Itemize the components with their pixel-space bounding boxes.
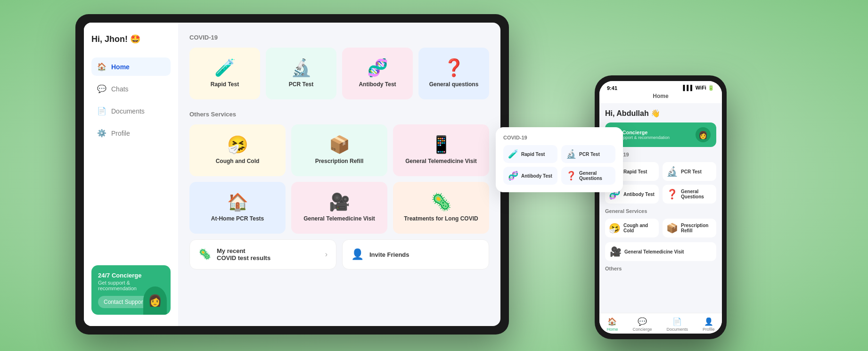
phone-concierge-avatar: 👩 (696, 127, 711, 142)
rapid-test-card[interactable]: 🧪 Rapid Test (189, 48, 260, 99)
sidebar: Hi, Jhon! 🤩 🏠 Home 💬 Chats 📄 Documents ⚙… (84, 23, 178, 326)
concierge-avatar: 👩 (143, 286, 167, 315)
others-row2-grid: 🏠 At-Home PCR Tests 🎥 General Telemedici… (189, 182, 489, 234)
phone-device: 9:41 ▌▌▌ WiFi 🔋 Home Hi, Abdullah 👋 24/7… (595, 75, 727, 339)
profile-icon: ⚙️ (97, 129, 106, 138)
phone-nav-documents-icon: 📄 (672, 317, 682, 326)
phone-nav-documents[interactable]: 📄 Documents (666, 317, 688, 332)
pcr-test-icon: 🔬 (291, 59, 312, 76)
phone-antibody-test-label: Antibody Test (623, 192, 655, 197)
long-covid-icon: 🦠 (431, 194, 452, 211)
antibody-test-icon: 🧬 (367, 59, 388, 76)
cough-cold-label: Cough and Cold (216, 158, 260, 164)
invite-icon: 👤 (351, 248, 364, 261)
phone-time: 9:41 (607, 85, 617, 91)
phone-nav-profile-label: Profile (703, 327, 715, 332)
invite-label: Invite Friends (369, 251, 409, 258)
at-home-pcr-icon: 🏠 (227, 194, 248, 211)
chats-icon: 💬 (97, 84, 106, 93)
phone-status-bar: 9:41 ▌▌▌ WiFi 🔋 (599, 81, 722, 93)
phone-general-telemedicine[interactable]: 🎥 General Telemedicine Visit (605, 242, 716, 261)
sidebar-item-home-label: Home (111, 63, 130, 71)
cough-cold-icon: 🤧 (227, 136, 248, 153)
overlay-rapid-test-icon: 🧪 (508, 149, 518, 159)
overlay-antibody-test-icon: 🧬 (508, 171, 518, 181)
phone-prescription-refill-label: Prescription Refill (681, 223, 712, 233)
overlay-pcr-test-icon: 🔬 (566, 149, 576, 159)
phone-cough-cold-label: Cough and Cold (623, 223, 655, 233)
cough-cold-card[interactable]: 🤧 Cough and Cold (189, 124, 286, 176)
general-questions-card[interactable]: ❓ General questions (418, 48, 489, 99)
others-section-label: Others Services (189, 111, 489, 118)
sidebar-item-documents[interactable]: 📄 Documents (91, 102, 171, 120)
covid-test-results-card[interactable]: 🦠 My recentCOVID test results › (189, 239, 336, 269)
overlay-general-questions-icon: ❓ (566, 171, 576, 181)
phone-nav-profile-icon: 👤 (704, 317, 713, 326)
prescription-refill-icon: 📦 (329, 136, 350, 153)
phone-pcr-test[interactable]: 🔬 PCR Test (663, 162, 716, 181)
overlay-antibody-test-label: Antibody Test (521, 173, 552, 179)
phone-pcr-test-label: PCR Test (681, 169, 702, 174)
sidebar-item-chats[interactable]: 💬 Chats (91, 80, 171, 98)
long-covid-card[interactable]: 🦠 Treatments for Long COVID (393, 182, 489, 234)
phone-prescription-refill[interactable]: 📦 Prescription Refill (663, 219, 716, 237)
main-content: COVID-19 🧪 Rapid Test 🔬 PCR Test 🧬 Antib… (178, 23, 500, 326)
antibody-test-card[interactable]: 🧬 Antibody Test (342, 48, 413, 99)
covid-cards-grid: 🧪 Rapid Test 🔬 PCR Test 🧬 Antibody Test … (189, 48, 489, 99)
phone-screen: 9:41 ▌▌▌ WiFi 🔋 Home Hi, Abdullah 👋 24/7… (599, 81, 722, 334)
phone-signal: ▌▌▌ WiFi 🔋 (683, 85, 714, 91)
phone-general-label: General Services (605, 208, 716, 214)
general-telemedicine-visit-label: General Telemedicine Visit (303, 215, 375, 222)
phone-general-questions-label: General Questions (681, 189, 712, 199)
sidebar-item-home[interactable]: 🏠 Home (91, 57, 171, 76)
phone-general-telemedicine-label: General Telemedicine Visit (624, 249, 684, 254)
documents-icon: 📄 (97, 106, 106, 115)
phone-general-questions[interactable]: ❓ General Questions (663, 185, 716, 204)
arrow-icon: › (325, 250, 328, 259)
others-row1-grid: 🤧 Cough and Cold 📦 Prescription Refill 📱… (189, 124, 489, 176)
home-icon: 🏠 (97, 62, 106, 71)
invite-friends-card[interactable]: 👤 Invite Friends (342, 239, 489, 269)
pcr-test-card[interactable]: 🔬 PCR Test (266, 48, 336, 99)
phone-nav-profile[interactable]: 👤 Profile (703, 317, 715, 332)
phone-greeting: Hi, Abdullah 👋 (605, 109, 716, 118)
at-home-pcr-label: At-Home PCR Tests (211, 215, 264, 222)
bottom-cards: 🦠 My recentCOVID test results › 👤 Invite… (189, 239, 489, 269)
general-telemedicine-visit-card[interactable]: 🎥 General Telemedicine Visit (291, 182, 387, 234)
sidebar-item-profile[interactable]: ⚙️ Profile (91, 124, 171, 142)
general-telemedicine-card[interactable]: 📱 General Telemedicine Visit (393, 124, 489, 176)
overlay-antibody-test[interactable]: 🧬 Antibody Test (503, 167, 557, 185)
at-home-pcr-card[interactable]: 🏠 At-Home PCR Tests (189, 182, 286, 234)
phone-pcr-test-icon: 🔬 (666, 166, 678, 177)
phone-header: Home (599, 93, 722, 103)
phone-general-grid: 🤧 Cough and Cold 📦 Prescription Refill (605, 219, 716, 237)
covid-section-label: COVID-19 (189, 34, 489, 41)
phone-nav-home-label: Home (606, 327, 618, 332)
phone-cough-cold[interactable]: 🤧 Cough and Cold (605, 219, 659, 237)
phone-rapid-test-label: Rapid Test (623, 169, 647, 174)
phone-nav-home-icon: 🏠 (607, 317, 617, 326)
overlay-rapid-test-label: Rapid Test (521, 152, 545, 157)
overlay-card: COVID-19 🧪 Rapid Test 🔬 PCR Test 🧬 Antib… (496, 127, 623, 192)
overlay-general-questions[interactable]: ❓ General Questions (561, 167, 615, 185)
general-telemedicine-visit-icon: 🎥 (329, 194, 350, 211)
phone-general-questions-icon: ❓ (666, 188, 678, 200)
overlay-pcr-test-label: PCR Test (579, 152, 600, 157)
phone-nav-concierge[interactable]: 💬 Concierge (632, 317, 652, 332)
sidebar-item-profile-label: Profile (111, 130, 130, 137)
sidebar-item-chats-label: Chats (111, 85, 129, 93)
prescription-refill-card[interactable]: 📦 Prescription Refill (291, 124, 387, 176)
phone-general-telemedicine-icon: 🎥 (610, 246, 622, 257)
tablet-device: Hi, Jhon! 🤩 🏠 Home 💬 Chats 📄 Documents ⚙… (75, 14, 509, 335)
phone-cough-cold-icon: 🤧 (609, 222, 621, 234)
phone-nav-home[interactable]: 🏠 Home (606, 317, 618, 332)
general-questions-label: General questions (429, 81, 479, 88)
overlay-rapid-test[interactable]: 🧪 Rapid Test (503, 145, 557, 163)
antibody-test-label: Antibody Test (359, 81, 396, 88)
overlay-pcr-test[interactable]: 🔬 PCR Test (561, 145, 615, 163)
phone-prescription-refill-icon: 📦 (666, 222, 678, 234)
phone-nav-concierge-label: Concierge (632, 327, 652, 332)
pcr-test-label: PCR Test (289, 81, 313, 88)
covid-results-icon: 🦠 (198, 248, 211, 261)
sidebar-item-documents-label: Documents (111, 107, 145, 115)
